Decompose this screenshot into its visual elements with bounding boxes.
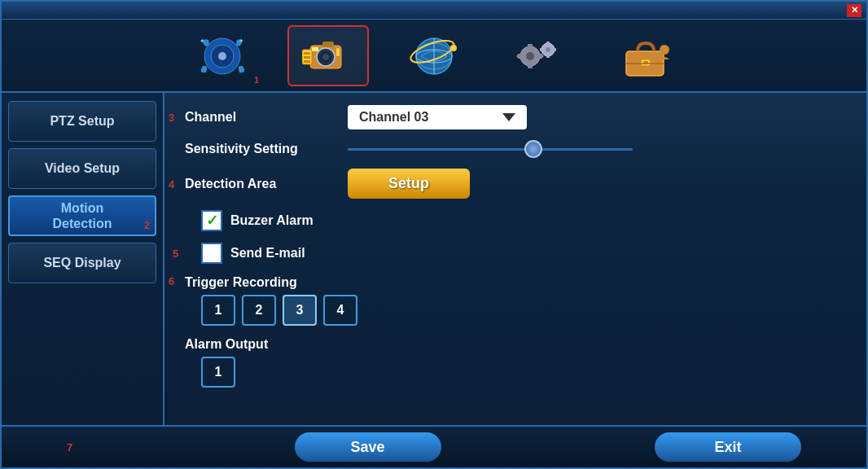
sidebar-item-motion-detection[interactable]: MotionDetection 2 — [8, 195, 156, 236]
settings-icon — [511, 31, 568, 80]
camera-icon — [300, 31, 357, 80]
sensitivity-slider[interactable] — [348, 141, 633, 157]
sensitivity-row: Sensitivity Setting — [185, 141, 846, 157]
svg-rect-14 — [304, 56, 310, 59]
channel-dropdown[interactable]: Channel 03 — [348, 105, 527, 129]
svg-rect-11 — [336, 48, 340, 56]
svg-rect-13 — [304, 52, 310, 55]
network-icon — [406, 31, 462, 80]
dropdown-arrow-icon — [502, 113, 515, 121]
svg-rect-35 — [540, 48, 543, 51]
svg-rect-25 — [528, 64, 533, 68]
alarm-output-channels: 1 — [185, 357, 846, 388]
buzzer-alarm-row: Buzzer Alarm — [185, 210, 846, 231]
exit-button[interactable]: Exit — [655, 432, 801, 462]
trigger-ch2-button[interactable]: 2 — [242, 295, 276, 326]
tab-1-number: 1 — [254, 75, 259, 85]
tab-settings[interactable] — [499, 25, 581, 86]
svg-rect-24 — [528, 44, 533, 49]
footer-number: 7 — [67, 441, 72, 454]
svg-rect-32 — [546, 42, 550, 45]
slider-thumb[interactable] — [524, 140, 542, 158]
trigger-recording-label: Trigger Recording — [185, 275, 846, 290]
trigger-recording-section: 6 Trigger Recording 1 2 3 4 — [185, 275, 846, 326]
svg-point-40 — [660, 45, 669, 55]
main-content: PTZ Setup Video Setup MotionDetection 2 … — [2, 93, 866, 425]
channel-row-number: 3 — [169, 112, 174, 124]
bottom-bar: 7 Save Exit — [2, 425, 866, 467]
detection-area-label: Detection Area — [185, 177, 331, 191]
svg-rect-33 — [546, 55, 550, 58]
sidebar: PTZ Setup Video Setup MotionDetection 2 … — [2, 93, 164, 425]
setup-button[interactable]: Setup — [348, 169, 470, 199]
send-email-checkbox[interactable] — [201, 243, 222, 264]
svg-point-23 — [526, 52, 534, 60]
svg-point-31 — [546, 47, 550, 52]
sidebar-motion-number: 2 — [144, 220, 150, 231]
svg-point-8 — [322, 54, 329, 60]
detection-area-row: 4 Detection Area Setup — [185, 169, 846, 199]
alarm-output-ch1-button[interactable]: 1 — [201, 357, 235, 388]
tab-playback[interactable]: ✦ ✦ 1 — [182, 25, 263, 86]
buzzer-alarm-checkbox[interactable] — [201, 210, 222, 231]
svg-rect-9 — [312, 47, 318, 51]
channel-value: Channel 03 — [359, 110, 428, 125]
save-button[interactable]: Save — [295, 432, 441, 462]
close-button[interactable]: ✕ — [847, 4, 861, 17]
svg-rect-10 — [322, 42, 334, 47]
trigger-ch3-button[interactable]: 3 — [283, 295, 317, 326]
svg-point-21 — [450, 45, 457, 51]
channel-label: Channel — [185, 110, 331, 125]
content-panel: 3 Channel Channel 03 Sensitivity Setting — [164, 93, 866, 425]
send-email-row: 5 Send E-mail — [185, 243, 846, 264]
tab-camera[interactable] — [287, 25, 369, 86]
detection-area-number: 4 — [169, 178, 174, 190]
send-email-label: Send E-mail — [230, 246, 305, 261]
alarm-output-section: Alarm Output 1 — [185, 337, 846, 388]
main-window: ✕ ✦ ✦ 1 — [0, 0, 868, 469]
tab-network[interactable] — [393, 25, 475, 86]
channel-row: 3 Channel Channel 03 — [185, 105, 846, 129]
slider-track — [348, 148, 633, 151]
svg-rect-15 — [304, 60, 310, 63]
send-email-number: 5 — [173, 248, 178, 260]
alarm-output-label: Alarm Output — [185, 337, 846, 352]
sensitivity-label: Sensitivity Setting — [185, 142, 331, 156]
sidebar-item-seq-display[interactable]: SEQ Display — [8, 243, 156, 283]
slider-fill — [348, 148, 533, 151]
trigger-ch1-button[interactable]: 1 — [201, 295, 235, 326]
files-icon — [617, 31, 674, 80]
trigger-recording-number: 6 — [169, 275, 174, 287]
playback-icon: ✦ ✦ — [194, 31, 251, 80]
tab-files[interactable] — [605, 25, 686, 86]
sidebar-item-ptz-setup[interactable]: PTZ Setup — [8, 101, 156, 142]
svg-point-2 — [218, 52, 226, 60]
trigger-ch4-button[interactable]: 4 — [323, 295, 357, 326]
trigger-recording-channels: 1 2 3 4 — [185, 295, 846, 326]
buzzer-alarm-label: Buzzer Alarm — [230, 213, 313, 228]
svg-text:✦: ✦ — [199, 37, 205, 45]
title-bar: ✕ — [2, 2, 866, 20]
svg-rect-34 — [553, 48, 556, 51]
top-nav: ✦ ✦ 1 — [2, 20, 866, 93]
sidebar-item-video-setup[interactable]: Video Setup — [8, 148, 156, 189]
svg-text:✦: ✦ — [239, 37, 244, 45]
